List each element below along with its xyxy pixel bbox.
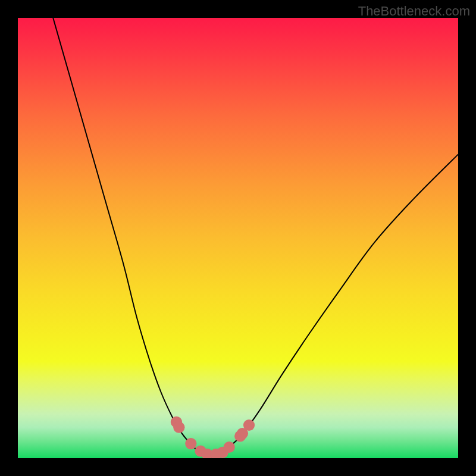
data-marker (243, 419, 255, 431)
data-marker (224, 441, 235, 453)
right-curve (220, 154, 458, 453)
chart-svg (18, 18, 458, 458)
left-curve (53, 18, 201, 453)
data-marker (185, 438, 196, 449)
plot-area (18, 18, 458, 458)
watermark-text: TheBottleneck.com (358, 4, 470, 19)
chart-container: TheBottleneck.com (0, 0, 476, 476)
data-marker (173, 422, 184, 433)
data-markers (171, 416, 255, 458)
